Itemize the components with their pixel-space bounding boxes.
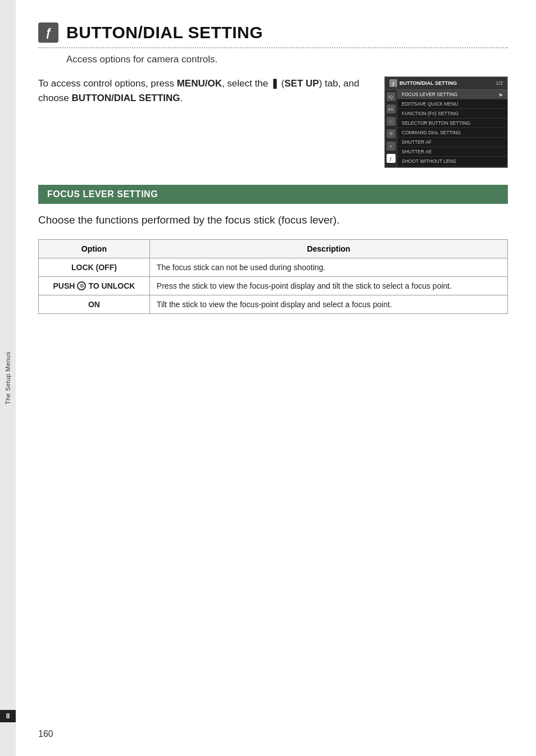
setup-label: SET UP — [284, 78, 319, 89]
menu-items-column: FOCUS LEVER SETTING ▶ EDIT/SAVE QUICK ME… — [397, 90, 507, 167]
description-push-unlock: Press the stick to view the focus-point … — [149, 276, 507, 295]
col-header-description: Description — [149, 239, 507, 258]
menu-icons-column: IQ AS □ ⚙ ≡ ƒ — [385, 90, 397, 167]
menu-item-focus-lever-label: FOCUS LEVER SETTING — [402, 92, 457, 97]
circle-icon: ◎ — [77, 281, 86, 290]
menu-item-function[interactable]: FUNCTION (Fn) SETTING — [397, 109, 507, 119]
dotted-rule — [38, 47, 508, 48]
subtitle: Access options for camera controls. — [66, 54, 508, 65]
col-header-option: Option — [39, 239, 150, 258]
spine-tab: The Setup Menus 8 — [0, 0, 16, 756]
table-row: PUSH ◎ TO UNLOCK Press the stick to view… — [39, 276, 508, 295]
section-icon: ƒ — [38, 22, 58, 43]
menu-page-indicator: 1/2 — [496, 80, 503, 86]
menu-item-edit-save[interactable]: EDIT/SAVE QUICK MENU — [397, 99, 507, 109]
page-header: ƒ BUTTON/DIAL SETTING — [38, 22, 508, 43]
option-on: ON — [39, 295, 150, 313]
menu-icon-gear: ⚙ — [387, 129, 396, 138]
section-description: Choose the functions performed by the fo… — [38, 213, 508, 228]
menu-panel-header: ƒ BUTTON/DIAL SETTING 1/2 — [385, 77, 507, 90]
menu-item-command-dial-label: COMMAND DIAL SETTING — [402, 130, 461, 135]
table-row: ON Tilt the stick to view the focus-poin… — [39, 295, 508, 313]
menu-panel-title: ƒ BUTTON/DIAL SETTING — [389, 79, 457, 87]
menu-icon-as: AS — [387, 104, 396, 113]
menu-item-shutter-ae[interactable]: SHUTTER AE — [397, 147, 507, 157]
content-row: To access control options, press MENU/OK… — [38, 76, 508, 168]
menu-icon-box: □ — [387, 117, 396, 126]
description-lock-off: The focus stick can not be used during s… — [149, 258, 507, 276]
menu-sidebar: IQ AS □ ⚙ ≡ ƒ FOCUS LEVER SETTING ▶ E — [385, 90, 507, 167]
button-dial-setting-bold: BUTTON/DIAL SETTING — [72, 93, 180, 103]
menu-item-function-label: FUNCTION (Fn) SETTING — [402, 111, 458, 116]
menu-item-selector[interactable]: SELECTOR BUTTON SETTING — [397, 119, 507, 128]
option-push-unlock: PUSH ◎ TO UNLOCK — [39, 276, 150, 295]
menu-item-arrow: ▶ — [499, 92, 503, 97]
page-footer-number: 160 — [38, 729, 53, 739]
menuok-bold: MENU/OK — [177, 78, 222, 89]
menu-item-shoot-without-label: SHOOT WITHOUT LENS — [402, 158, 456, 164]
menu-icon-f-active: ƒ — [387, 154, 396, 163]
main-content: ƒ BUTTON/DIAL SETTING Access options for… — [16, 0, 536, 756]
menu-item-command-dial[interactable]: COMMAND DIAL SETTING — [397, 128, 507, 138]
options-table: Option Description LOCK (OFF) The focus … — [38, 239, 508, 314]
menu-panel: ƒ BUTTON/DIAL SETTING 1/2 IQ AS □ ⚙ ≡ ƒ — [384, 76, 508, 168]
menu-icon-lines: ≡ — [387, 142, 396, 151]
description-on: Tilt the stick to view the focus-point d… — [149, 295, 507, 313]
section-icon-symbol: ƒ — [45, 26, 51, 39]
menu-item-selector-label: SELECTOR BUTTON SETTING — [402, 120, 470, 126]
menu-item-shutter-ae-label: SHUTTER AE — [402, 149, 431, 154]
chapter-number: 8 — [0, 710, 16, 722]
menu-title-text: BUTTON/DIAL SETTING — [399, 80, 457, 86]
focus-lever-section-header: FOCUS LEVER SETTING — [38, 185, 508, 204]
menu-item-shutter-af[interactable]: SHUTTER AF — [397, 138, 507, 147]
menu-item-shoot-without[interactable]: SHOOT WITHOUT LENS — [397, 157, 507, 166]
menu-icon-iq: IQ — [387, 92, 396, 101]
menu-header-icon: ƒ — [389, 79, 397, 87]
option-lock-off: LOCK (OFF) — [39, 258, 150, 276]
menu-item-focus-lever[interactable]: FOCUS LEVER SETTING ▶ — [397, 90, 507, 99]
menu-item-edit-save-label: EDIT/SAVE QUICK MENU — [402, 101, 458, 107]
push-unlock-container: PUSH ◎ TO UNLOCK — [46, 281, 143, 290]
spine-label: The Setup Menus — [4, 352, 11, 404]
page-title: BUTTON/DIAL SETTING — [66, 23, 263, 42]
table-row: LOCK (OFF) The focus stick can not be us… — [39, 258, 508, 276]
menu-item-shutter-af-label: SHUTTER AF — [402, 139, 431, 145]
intro-text: To access control options, press MENU/OK… — [38, 76, 384, 106]
setup-icon-inline: ❚ — [271, 78, 279, 89]
